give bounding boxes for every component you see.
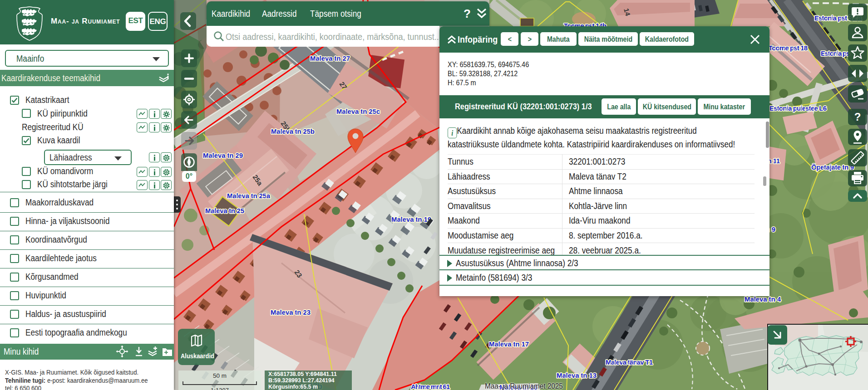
svg-text:Estonia pst: Estonia pst <box>814 14 847 22</box>
svg-text:Maleva tn 25c: Maleva tn 25c <box>336 107 380 115</box>
svg-text:Estonia puiestee L6: Estonia puiestee L6 <box>769 104 827 112</box>
svg-text:Maleva tn 25a: Maleva tn 25a <box>227 192 271 200</box>
svg-text:Maleva tn 25b: Maleva tn 25b <box>271 127 315 135</box>
svg-text:Maleva tn 27: Maleva tn 27 <box>310 54 350 62</box>
svg-text:Maleva tn 23: Maleva tn 23 <box>271 308 311 316</box>
svg-text:Õpetajate tn 9: Õpetajate tn 9 <box>811 163 854 171</box>
svg-text:Maleva tn 4: Maleva tn 4 <box>745 295 781 303</box>
svg-text:Toome pst 18: Toome pst 18 <box>769 44 808 52</box>
svg-text:Maleva tn 25: Maleva tn 25 <box>205 207 244 214</box>
svg-text:Ahtme mnt 61: Ahtme mnt 61 <box>411 383 450 390</box>
svg-text:Maleva tn 19: Maleva tn 19 <box>391 215 431 223</box>
svg-text:Maleva tn 13: Maleva tn 13 <box>557 371 597 379</box>
svg-text:Estonia ps: Estonia ps <box>821 49 850 57</box>
svg-text:Maleva tn 17: Maleva tn 17 <box>489 340 529 348</box>
svg-text:Maleva tn 29: Maleva tn 29 <box>203 151 243 159</box>
svg-text:Maleva tänav T1: Maleva tänav T1 <box>606 358 653 366</box>
